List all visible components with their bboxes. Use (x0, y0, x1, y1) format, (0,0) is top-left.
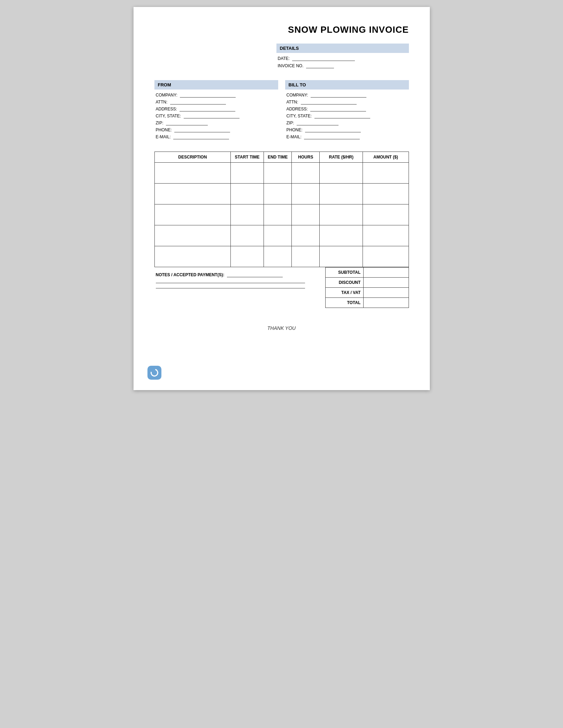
billto-header: BILL TO (285, 80, 409, 90)
app-icon (147, 366, 161, 380)
tax-label: TAX / VAT (325, 288, 364, 298)
cell-amount-3[interactable] (363, 204, 409, 225)
from-address: ADDRESS: (154, 106, 278, 111)
cell-description-5[interactable] (154, 246, 231, 267)
col-header-end-time: END TIME (264, 152, 291, 163)
invoice-field: INVOICE NO. (276, 63, 409, 68)
cell-description-2[interactable] (154, 184, 231, 204)
cell-rate-1[interactable] (320, 163, 363, 184)
billto-phone: PHONE: (285, 127, 409, 132)
notes-label: NOTES / ACCEPTED PAYMENT(S): (156, 272, 322, 277)
subtotal-label: SUBTOTAL (325, 268, 364, 278)
col-header-description: DESCRIPTION (154, 152, 231, 163)
cell-amount-1[interactable] (363, 163, 409, 184)
col-header-hours: HOURS (292, 152, 320, 163)
total-label: TOTAL (325, 298, 364, 308)
discount-row: DISCOUNT (325, 278, 409, 288)
from-zip: ZIP: (154, 120, 278, 125)
col-header-start-time: START TIME (231, 152, 264, 163)
tax-row: TAX / VAT (325, 288, 409, 298)
cell-amount-4[interactable] (363, 225, 409, 246)
from-email: E-MAIL: (154, 134, 278, 139)
cell-rate-5[interactable] (320, 246, 363, 267)
thank-you-text: THANK YOU (154, 325, 409, 331)
from-company: COMPANY: (154, 92, 278, 98)
cell-hours-2[interactable] (292, 184, 320, 204)
tax-value[interactable] (364, 288, 409, 298)
cell-start-3[interactable] (231, 204, 264, 225)
cell-end-4[interactable] (264, 225, 291, 246)
billto-company: COMPANY: (285, 92, 409, 98)
cell-hours-4[interactable] (292, 225, 320, 246)
billto-city-state: CITY, STATE: (285, 113, 409, 118)
cell-end-1[interactable] (264, 163, 291, 184)
cell-start-4[interactable] (231, 225, 264, 246)
notes-line-2 (156, 288, 305, 288)
cell-amount-2[interactable] (363, 184, 409, 204)
date-field: DATE: (276, 56, 409, 61)
cell-start-2[interactable] (231, 184, 264, 204)
billto-zip: ZIP: (285, 120, 409, 125)
col-header-rate: RATE ($/HR) (320, 152, 363, 163)
discount-value[interactable] (364, 278, 409, 288)
cell-description-3[interactable] (154, 204, 231, 225)
cell-description-4[interactable] (154, 225, 231, 246)
cell-hours-1[interactable] (292, 163, 320, 184)
subtotal-row: SUBTOTAL (325, 268, 409, 278)
invoice-table: DESCRIPTION START TIME END TIME HOURS RA… (154, 152, 409, 267)
cell-rate-2[interactable] (320, 184, 363, 204)
billto-attn: ATTN: (285, 99, 409, 104)
cell-description-1[interactable] (154, 163, 231, 184)
billto-email: E-MAIL: (285, 134, 409, 139)
contact-row: FROM COMPANY: ATTN: ADDRESS: CITY, STAT (154, 80, 409, 141)
table-row (154, 184, 409, 204)
details-header: DETAILS (276, 44, 409, 53)
from-attn: ATTN: (154, 99, 278, 104)
cell-amount-5[interactable] (363, 246, 409, 267)
discount-label: DISCOUNT (325, 278, 364, 288)
cell-end-2[interactable] (264, 184, 291, 204)
cell-rate-4[interactable] (320, 225, 363, 246)
bottom-section: NOTES / ACCEPTED PAYMENT(S): SUBTOTAL DI… (154, 267, 409, 308)
cell-hours-5[interactable] (292, 246, 320, 267)
from-city-state: CITY, STATE: (154, 113, 278, 118)
billto-box: BILL TO COMPANY: ATTN: ADDRESS: CITY, S (285, 80, 409, 141)
subtotal-value[interactable] (364, 268, 409, 278)
col-header-amount: AMOUNT ($) (363, 152, 409, 163)
notes-line-1 (156, 283, 305, 283)
from-box: FROM COMPANY: ATTN: ADDRESS: CITY, STAT (154, 80, 278, 141)
details-box: DETAILS DATE: INVOICE NO. (276, 44, 409, 70)
page-title: SNOW PLOWING INVOICE (154, 24, 409, 35)
table-row (154, 204, 409, 225)
table-header-row: DESCRIPTION START TIME END TIME HOURS RA… (154, 152, 409, 163)
cell-hours-3[interactable] (292, 204, 320, 225)
notes-section: NOTES / ACCEPTED PAYMENT(S): (154, 267, 325, 308)
cell-end-3[interactable] (264, 204, 291, 225)
cell-rate-3[interactable] (320, 204, 363, 225)
table-row (154, 225, 409, 246)
cell-end-5[interactable] (264, 246, 291, 267)
cell-start-5[interactable] (231, 246, 264, 267)
from-header: FROM (154, 80, 278, 90)
total-value[interactable] (364, 298, 409, 308)
table-row (154, 246, 409, 267)
total-row: TOTAL (325, 298, 409, 308)
app-icon-inner (149, 367, 159, 378)
table-row (154, 163, 409, 184)
billto-address: ADDRESS: (285, 106, 409, 111)
details-section: DETAILS DATE: INVOICE NO. (154, 44, 409, 70)
totals-table: SUBTOTAL DISCOUNT TAX / VAT TOTAL (325, 267, 409, 308)
cell-start-1[interactable] (231, 163, 264, 184)
invoice-page: SNOW PLOWING INVOICE DETAILS DATE: INVOI… (134, 7, 430, 390)
from-phone: PHONE: (154, 127, 278, 132)
